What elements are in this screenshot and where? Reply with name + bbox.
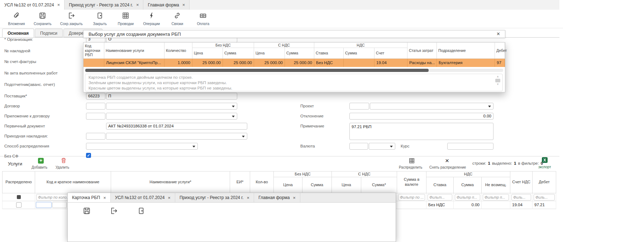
bottom-tab-registry[interactable]: Приход услуг - Реестр за 2024 г. × [175,193,254,202]
close-icon[interactable]: × [136,3,139,7]
attachments-button[interactable]: Вложения [4,10,29,28]
modal-horizontal-scrollbar[interactable] [85,69,503,72]
no-sf-checkbox[interactable]: ✓ [86,153,91,158]
close-icon[interactable]: × [57,3,60,7]
close-icon[interactable]: × [247,195,250,200]
mcol-service-name[interactable]: Наименование услуги [104,43,164,59]
mrow-price-with-vat[interactable]: 25 000.00 [254,59,285,67]
mcol-debit[interactable]: Дебет [495,43,505,59]
row-non-refund-cell[interactable] [482,201,510,209]
cell-shortname-input[interactable] [52,202,67,208]
save-close-icon[interactable] [110,207,118,216]
payment-button[interactable]: Оплата [190,10,216,28]
mcol-card-code[interactable]: Код карточки РБП [84,43,104,59]
excel-export-button[interactable]: X [542,157,548,163]
currency-select[interactable] [369,143,395,150]
col-code-short[interactable]: Код и краткое наименование [35,171,111,193]
non-refund-filter-input[interactable]: Фильтр п... [483,194,509,200]
bottom-tab-rbp-card[interactable]: Карточка РБП × [68,193,111,202]
close-icon[interactable]: × [293,195,296,200]
mrow-price-no-vat[interactable]: 25 000.00 [192,59,223,67]
tab-signatures[interactable]: Подписи [35,29,63,37]
col-price-with-vat[interactable]: Цена [332,177,361,193]
save-button[interactable]: Сохранить [29,10,56,28]
mcol-price-no-vat[interactable]: Цена [192,48,223,59]
close-icon[interactable]: × [103,195,106,200]
window-tab-main-form[interactable]: Главная форма × [143,0,190,10]
door-close-icon[interactable] [137,207,145,216]
close-icon[interactable]: × [182,3,185,7]
rate-filter-input[interactable]: Фильт... [428,194,452,200]
project-select[interactable] [370,103,493,110]
contract-annex-select[interactable] [106,113,237,120]
row-vat-account-cell[interactable]: 19.04 [510,201,533,209]
col-non-refund[interactable]: Не возмещ. [482,177,510,193]
mrow-qty[interactable]: 1.0000 [164,59,192,67]
col-currency-sum[interactable]: Сумма в валюте [397,171,426,193]
row-vat-rate-cell[interactable]: Без НДС [426,201,454,209]
mrow-vat-rate[interactable]: Без НДС [314,59,344,67]
mrow-card-code[interactable] [84,59,104,67]
clear-distribution-button[interactable]: × [445,157,449,165]
mcol-cost-item[interactable]: Статья затрат [407,43,437,59]
save-close-button[interactable]: Сохр.закрыть [56,10,87,28]
close-icon[interactable]: × [168,195,171,200]
col-vat-rate[interactable]: Ставка [426,177,454,193]
col-debit[interactable]: Дебет [533,171,556,193]
mcol-department[interactable]: Подразделение [437,43,495,59]
delete-row-button[interactable] [60,157,67,165]
deviation-field[interactable]: 0.00 [349,113,493,120]
postings-button[interactable]: Проводки [113,10,139,28]
col-vat-sum[interactable]: Сумма [454,177,482,193]
mrow-service-name[interactable]: Лицензия СКЗИ "КриптоПр... [104,59,164,67]
mrow-department[interactable]: Бухгалтерия [437,59,495,67]
col-distributed[interactable]: Распределено [2,171,35,193]
rate-field[interactable] [447,143,493,150]
note-textarea[interactable]: 97.21 РБП [349,123,493,140]
bottom-tab-usl[interactable]: УСЛ №132 от 01.07.2024 × [111,193,175,202]
mcol-vat-account[interactable]: Счет [375,48,407,59]
vat-account-filter-input[interactable]: Филь... [511,194,531,200]
mcol-vat-rate[interactable]: Ставка [314,48,344,59]
primary-doc-field[interactable]: АКТ №24933186338 от 01.07.2024 [106,123,247,130]
contract-code-field[interactable] [86,103,105,110]
mrow-vat-sum[interactable] [344,59,375,67]
currency-code-field[interactable] [349,143,368,150]
add-row-button[interactable]: + [38,158,44,164]
incoming-invoice-select[interactable] [106,133,247,140]
scroll-up-icon[interactable]: ▲ [496,75,499,78]
window-tab-registry[interactable]: Приход услуг - Реестр за 2024 г. × [65,0,143,10]
col-service-name[interactable]: Наименование услуги* [111,171,230,193]
col-unit[interactable]: ЕИ* [230,171,250,193]
supplier-name-field[interactable]: П [106,93,237,100]
links-button[interactable]: Связки [164,10,190,28]
col-qty[interactable]: Кол-во [250,171,274,193]
scrollbar-thumb[interactable] [85,69,429,72]
mrow-debit[interactable]: 97 [495,59,505,67]
row-currency-sum-cell[interactable] [397,201,426,209]
mcol-sum-with-vat[interactable]: Сумма [285,48,314,59]
bottom-tab-main-form[interactable]: Главная форма × [254,193,300,202]
mcol-price-with-vat[interactable]: Цена [254,48,285,59]
contract-select[interactable] [106,103,237,110]
vat-sum-filter-input[interactable]: Фильтр п... [455,194,480,200]
mrow-sum-no-vat[interactable]: 25 000.00 [223,59,254,67]
col-price-no-vat[interactable]: Цена [274,177,302,193]
currency-sum-filter-input[interactable]: Фильтр по ... [398,194,425,200]
incoming-invoice-code-field[interactable] [86,133,105,140]
row-debit-cell[interactable]: 97.21 [533,201,556,209]
tab-main[interactable]: Основная [2,29,34,37]
window-tab-usl[interactable]: УСЛ №132 от 01.07.2024 × [0,0,65,10]
contract-annex-code-field[interactable] [86,113,105,120]
cell-code-input[interactable] [36,202,52,208]
col-sum-with-vat[interactable]: Сумма* [361,177,397,193]
save-icon[interactable] [83,207,91,216]
mcol-qty[interactable]: Количество [164,43,192,59]
scroll-down-icon[interactable]: ▼ [496,83,499,86]
col-vat-account[interactable]: Счет НДС [510,171,533,193]
scrollbar-thumb[interactable] [495,79,500,82]
modal-close-icon[interactable]: × [497,31,500,37]
row-vat-sum-cell[interactable]: 0.00 [454,201,482,209]
row-checkbox[interactable] [16,202,22,208]
col-sum-no-vat[interactable]: Сумма [302,177,332,193]
